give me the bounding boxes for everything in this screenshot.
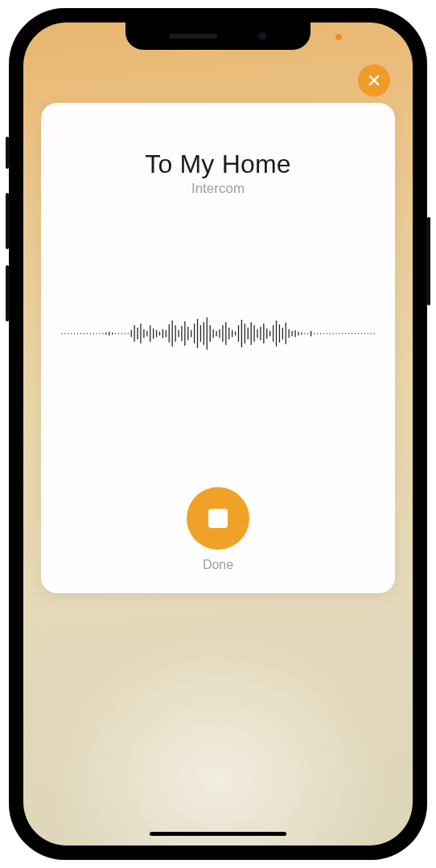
mic-indicator-dot	[335, 34, 342, 40]
close-button[interactable]	[358, 64, 390, 96]
stop-button[interactable]	[187, 487, 249, 550]
card-subtitle: Intercom	[191, 181, 245, 197]
stop-section: Done	[187, 487, 249, 572]
speaker-grill	[169, 34, 217, 39]
notch	[125, 23, 311, 50]
front-camera	[257, 31, 267, 41]
done-label: Done	[203, 558, 233, 572]
audio-waveform	[57, 301, 379, 366]
home-indicator[interactable]	[150, 832, 286, 836]
power-button	[427, 217, 430, 305]
intercom-card: To My Home Intercom	[41, 103, 395, 593]
volume-down-button	[6, 265, 9, 321]
phone-frame: To My Home Intercom	[9, 8, 427, 860]
mute-switch	[6, 137, 9, 169]
stop-icon	[208, 509, 228, 528]
screen: To My Home Intercom	[23, 23, 413, 845]
card-title: To My Home	[145, 149, 291, 179]
close-icon	[367, 73, 381, 88]
volume-up-button	[6, 193, 9, 249]
waveform-icon	[60, 301, 376, 366]
